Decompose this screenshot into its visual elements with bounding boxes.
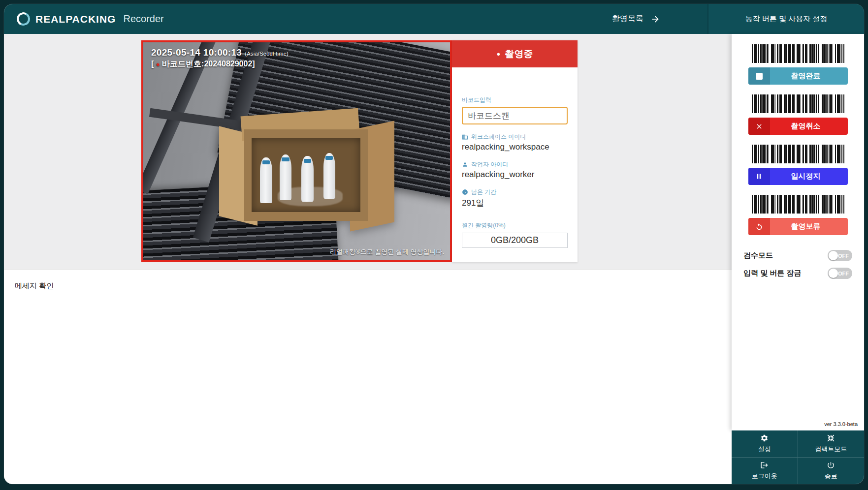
toggle-section: 검수모드 OFF 입력 및 버튼 잠금 OFF (732, 250, 864, 279)
capture-cancel-label: 촬영취소 (770, 118, 848, 135)
bottle (280, 154, 291, 200)
packing-scene (143, 42, 450, 260)
action-sidebar: 촬영완료 촬영취소 일시정지 촬영보류 검수모드 (732, 34, 864, 430)
capture-complete-label: 촬영완료 (770, 67, 848, 85)
x-icon (748, 118, 770, 135)
monthly-usage-value: 0GB/200GB (462, 233, 568, 248)
system-menu: 설정 컴팩트모드 로그아웃 종료 (732, 430, 864, 484)
capture-cancel-button[interactable]: 촬영취소 (748, 118, 848, 135)
replay-icon (748, 218, 770, 235)
worker-id-label-row: 작업자 아이디 (462, 160, 568, 169)
status-panel-content: 바코드입력 워크스페이스 아이디 realpacking_workspace 작… (452, 96, 578, 248)
bottle (323, 153, 335, 199)
main-area: 2025-05-14 10:00:13(Asia/Seoul time) [ ●… (4, 34, 732, 270)
logout-button[interactable]: 로그아웃 (732, 458, 798, 485)
settings-panel-title: 동작 버튼 및 사용자 설정 (707, 4, 864, 34)
toggle-knob (829, 251, 838, 260)
toggle-state: OFF (838, 271, 849, 276)
app-window: REALPACKING Recorder 촬영목록 동작 버튼 및 사용자 설정 (4, 4, 864, 484)
capture-hold-button[interactable]: 촬영보류 (748, 218, 848, 235)
status-panel: ● 촬영중 바코드입력 워크스페이스 아이디 realpacking_works… (452, 40, 578, 262)
timestamp-text: 2025-05-14 10:00:13 (151, 47, 242, 58)
barcode-image-pause (752, 145, 844, 163)
pause-icon (748, 168, 770, 185)
recording-label: 촬영중 (505, 48, 533, 61)
pause-button[interactable]: 일시정지 (748, 168, 848, 185)
logout-icon (760, 461, 769, 469)
worker-id-value: realpacking_worker (462, 170, 568, 180)
compact-mode-button[interactable]: 컴팩트모드 (798, 430, 865, 458)
pause-label: 일시정지 (770, 168, 848, 185)
camera-feed: 2025-05-14 10:00:13(Asia/Seoul time) [ ●… (141, 40, 452, 262)
toggle-knob (829, 269, 838, 278)
settings-label: 설정 (758, 445, 771, 454)
timezone-text: (Asia/Seoul time) (245, 51, 289, 57)
box-interior (252, 138, 360, 212)
person-icon (462, 161, 468, 168)
input-lock-label: 입력 및 버튼 잠금 (743, 269, 802, 278)
video-watermark: 리얼패킹®으로 촬영된 실제 영상입니다. (330, 247, 444, 256)
realpacking-logo-icon (15, 10, 32, 27)
compress-icon (827, 434, 835, 442)
barcode-image-hold (752, 195, 844, 214)
exit-button[interactable]: 종료 (798, 458, 865, 485)
input-lock-toggle[interactable]: OFF (828, 268, 852, 279)
capture-list-link[interactable]: 촬영목록 (612, 4, 660, 34)
exit-label: 종료 (825, 472, 837, 481)
cardboard-box (232, 127, 380, 221)
gear-icon (760, 434, 769, 442)
toggle-state: OFF (838, 253, 849, 259)
brand-name: REALPACKING (35, 13, 116, 25)
message-area: 메세지 확인 (4, 270, 732, 484)
remaining-period-value: 291일 (462, 197, 568, 209)
power-icon (827, 461, 835, 469)
record-dot-icon: ● (156, 61, 160, 68)
recording-banner: ● 촬영중 (452, 40, 578, 67)
capture-hold-label: 촬영보류 (770, 218, 848, 235)
workspace-id-label: 워크스페이스 아이디 (471, 133, 526, 141)
arrow-right-icon (650, 14, 660, 24)
barcode-image-complete (752, 44, 844, 63)
stop-icon (748, 67, 770, 85)
capture-complete-button[interactable]: 촬영완료 (748, 67, 848, 85)
version-label: ver 3.3.0-beta (824, 421, 858, 427)
compact-mode-label: 컴팩트모드 (815, 445, 847, 454)
input-lock-row: 입력 및 버튼 잠금 OFF (743, 268, 852, 279)
inspection-mode-label: 검수모드 (743, 251, 773, 260)
bottle (301, 156, 313, 202)
inspection-mode-toggle[interactable]: OFF (828, 250, 852, 261)
clock-icon (462, 189, 468, 195)
video-overlay-top: 2025-05-14 10:00:13(Asia/Seoul time) [ ●… (151, 47, 289, 69)
box-body (244, 129, 368, 221)
inspection-mode-row: 검수모드 OFF (743, 250, 852, 261)
brand: REALPACKING Recorder (17, 4, 164, 34)
settings-button[interactable]: 설정 (732, 430, 798, 458)
recording-dot-icon: ● (497, 50, 501, 58)
worker-id-label: 작업자 아이디 (471, 160, 508, 169)
workspace-id-value: realpacking_workspace (462, 142, 568, 152)
barcode-input[interactable] (462, 107, 568, 124)
barcode-bracket: [ (151, 60, 156, 68)
video-timestamp: 2025-05-14 10:00:13(Asia/Seoul time) (151, 47, 289, 58)
product-name: Recorder (123, 13, 163, 25)
monthly-usage-label: 월간 촬영량(0%) (462, 221, 568, 230)
bottle (260, 157, 272, 203)
barcode-image-cancel (752, 94, 844, 113)
video-barcode-line: [ ● 바코드번호:20240829002] (151, 59, 289, 69)
building-icon (462, 134, 468, 140)
remaining-period-label: 남은 기간 (471, 188, 496, 196)
capture-list-label: 촬영목록 (612, 14, 643, 24)
app-header: REALPACKING Recorder 촬영목록 동작 버튼 및 사용자 설정 (4, 4, 864, 34)
workspace-id-label-row: 워크스페이스 아이디 (462, 133, 568, 141)
remaining-period-label-row: 남은 기간 (462, 188, 568, 196)
barcode-input-label: 바코드입력 (462, 96, 568, 104)
barcode-number-text: 바코드번호:20240829002] (160, 60, 255, 68)
logout-label: 로그아웃 (752, 472, 777, 481)
message-check-text: 메세지 확인 (15, 281, 54, 291)
